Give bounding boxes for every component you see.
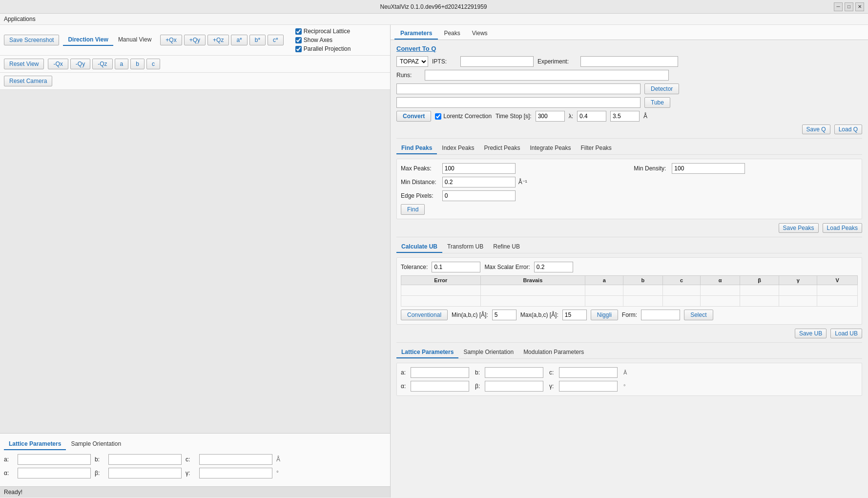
find-peaks-grid: Max Peaks: Min Density: Min Distance: Å⁻…: [401, 163, 858, 201]
reset-view-button[interactable]: Reset View: [4, 59, 44, 69]
lambda-max-input[interactable]: [610, 111, 640, 122]
find-peaks-subtab[interactable]: Find Peaks: [396, 143, 437, 154]
lambda-symbol: λ:: [569, 113, 573, 120]
lattice-alpha-label: α:: [401, 383, 409, 390]
instrument-select[interactable]: TOPAZ: [396, 56, 428, 67]
manual-view-tab[interactable]: Manual View: [113, 34, 156, 46]
a-input[interactable]: [18, 454, 91, 465]
parallel-projection-checkbox[interactable]: [295, 46, 302, 52]
save-screenshot-button[interactable]: Save Screenshot: [4, 35, 59, 45]
show-axes-checkbox[interactable]: [295, 37, 302, 43]
peaks-tab[interactable]: Peaks: [438, 28, 466, 40]
reciprocal-lattice-checkbox[interactable]: [295, 28, 302, 35]
applications-menu[interactable]: Applications: [4, 16, 36, 22]
max-peaks-input[interactable]: [442, 163, 516, 174]
load-ub-button[interactable]: Load UB: [830, 329, 862, 338]
detector-button[interactable]: Detector: [644, 83, 679, 94]
lambda-min-input[interactable]: [577, 111, 606, 122]
sample-orientation-tab[interactable]: Sample Orientation: [66, 438, 126, 450]
b-star-button[interactable]: b*: [249, 35, 266, 45]
filter-peaks-subtab[interactable]: Filter Peaks: [576, 143, 617, 154]
tube-text-input[interactable]: [396, 97, 641, 108]
find-button[interactable]: Find: [401, 204, 425, 215]
b-button[interactable]: b: [130, 59, 145, 69]
experiment-input[interactable]: [580, 56, 678, 67]
modulation-params-subtab[interactable]: Modulation Parameters: [518, 347, 589, 358]
a-star-button[interactable]: a*: [231, 35, 247, 45]
index-peaks-subtab[interactable]: Index Peaks: [437, 143, 479, 154]
min-abc-input[interactable]: [492, 310, 517, 320]
beta-input[interactable]: [108, 468, 182, 478]
experiment-label: Experiment:: [537, 58, 577, 65]
max-abc-input[interactable]: [562, 310, 587, 320]
window-controls[interactable]: ─ □ ✕: [834, 2, 864, 11]
c-star-button[interactable]: c*: [268, 35, 284, 45]
col-alpha: α: [701, 276, 740, 285]
runs-label: Runs:: [396, 72, 421, 79]
lattice-alpha-input[interactable]: [411, 381, 469, 392]
direction-view-tab[interactable]: Direction View: [63, 34, 113, 46]
b-label: b:: [95, 456, 104, 463]
calculate-ub-subtab[interactable]: Calculate UB: [396, 241, 442, 253]
load-q-button[interactable]: Load Q: [834, 124, 862, 134]
lattice-parameters-tab[interactable]: Lattice Parameters: [4, 438, 66, 450]
niggli-button[interactable]: Niggli: [591, 310, 618, 320]
tube-button[interactable]: Tube: [644, 97, 670, 108]
close-button[interactable]: ✕: [855, 2, 864, 11]
refine-ub-subtab[interactable]: Refine UB: [488, 241, 525, 253]
lattice-c-input[interactable]: [559, 367, 618, 378]
form-input[interactable]: [641, 310, 680, 320]
min-abc-label: Min(a,b,c) [Å]:: [452, 311, 488, 318]
convert-to-q-title[interactable]: Convert To Q: [396, 45, 862, 52]
neg-qx-button[interactable]: -Qx: [48, 59, 68, 69]
select-button[interactable]: Select: [684, 310, 713, 320]
runs-input[interactable]: [425, 70, 669, 81]
neg-qy-button[interactable]: -Qy: [70, 59, 90, 69]
lattice-b-input[interactable]: [485, 367, 543, 378]
alpha-input[interactable]: [18, 468, 91, 478]
toolbar-row3: Reset Camera: [0, 73, 390, 90]
left-bottom: Lattice Parameters Sample Orientation a:…: [0, 433, 390, 486]
pos-qy-button[interactable]: +Qy: [184, 35, 206, 45]
views-tab[interactable]: Views: [466, 28, 494, 40]
lattice-beta-input[interactable]: [485, 381, 543, 392]
load-peaks-button[interactable]: Load Peaks: [823, 223, 862, 233]
neg-qz-button[interactable]: -Qz: [92, 59, 112, 69]
save-peaks-button[interactable]: Save Peaks: [779, 223, 819, 233]
max-scalar-error-input[interactable]: [534, 262, 573, 272]
save-ub-button[interactable]: Save UB: [795, 329, 827, 338]
integrate-peaks-subtab[interactable]: Integrate Peaks: [525, 143, 576, 154]
c-button[interactable]: c: [146, 59, 160, 69]
sample-orientation-subtab[interactable]: Sample Orientation: [458, 347, 518, 358]
lorentz-checkbox[interactable]: [435, 113, 441, 120]
minimize-button[interactable]: ─: [834, 2, 843, 11]
parameters-tab[interactable]: Parameters: [394, 28, 438, 40]
time-stop-input[interactable]: [536, 111, 565, 122]
min-distance-input[interactable]: [442, 177, 516, 187]
transform-ub-subtab[interactable]: Transform UB: [442, 241, 488, 253]
tolerance-input[interactable]: [432, 262, 480, 272]
reciprocal-lattice-label: Reciprocal Lattice: [304, 28, 350, 35]
lattice-params-subtab[interactable]: Lattice Parameters: [396, 347, 458, 358]
gamma-input[interactable]: [199, 468, 272, 478]
pos-qx-button[interactable]: +Qx: [160, 35, 182, 45]
reset-camera-button[interactable]: Reset Camera: [4, 76, 52, 86]
save-q-button[interactable]: Save Q: [802, 124, 830, 134]
pos-qz-button[interactable]: +Qz: [207, 35, 229, 45]
convert-button[interactable]: Convert: [396, 111, 431, 122]
maximize-button[interactable]: □: [845, 2, 853, 11]
b-input[interactable]: [108, 454, 182, 465]
min-density-input[interactable]: [672, 163, 745, 174]
conventional-button[interactable]: Conventional: [401, 310, 448, 320]
form-label: Form:: [622, 311, 637, 318]
abc-unit: Å: [276, 456, 280, 463]
lattice-a-input[interactable]: [411, 367, 469, 378]
predict-peaks-subtab[interactable]: Predict Peaks: [479, 143, 525, 154]
c-input[interactable]: [199, 454, 272, 465]
a-button[interactable]: a: [115, 59, 129, 69]
edge-pixels-input[interactable]: [442, 190, 516, 201]
detector-text-input[interactable]: [396, 83, 641, 94]
save-load-peaks-row: Save Peaks Load Peaks: [396, 223, 862, 233]
lattice-gamma-input[interactable]: [559, 381, 618, 392]
ipts-input[interactable]: [460, 56, 534, 67]
